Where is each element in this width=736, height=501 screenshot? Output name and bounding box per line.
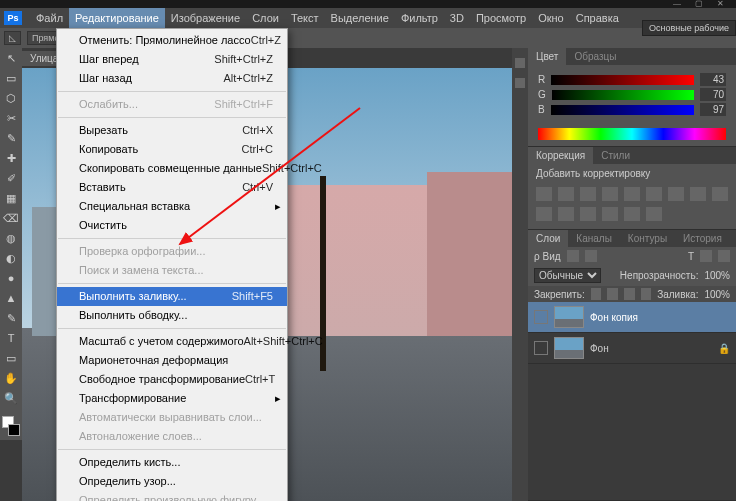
- menu-фильтр[interactable]: Фильтр: [395, 8, 444, 28]
- menu-файл[interactable]: Файл: [30, 8, 69, 28]
- color-r-slider[interactable]: [551, 75, 694, 85]
- menuitem-свободное-трансформирование[interactable]: Свободное трансформированиеCtrl+T: [57, 370, 287, 389]
- close-window-button[interactable]: ✕: [717, 0, 724, 8]
- tool-preset-icon[interactable]: ◺: [4, 31, 21, 45]
- menuitem-выполнить-обводку-[interactable]: Выполнить обводку...: [57, 306, 287, 325]
- tool-11[interactable]: ●: [0, 268, 22, 288]
- menu-текст[interactable]: Текст: [285, 8, 325, 28]
- tool-4[interactable]: ✎: [0, 128, 22, 148]
- layer-visibility-icon[interactable]: [534, 310, 548, 324]
- adj-bw-icon[interactable]: [668, 187, 684, 201]
- menuitem-копировать[interactable]: КопироватьCtrl+C: [57, 140, 287, 159]
- menuitem-выполнить-заливку-[interactable]: Выполнить заливку...Shift+F5: [57, 287, 287, 306]
- adj-invert-icon[interactable]: [558, 207, 574, 221]
- background-swatch[interactable]: [8, 424, 20, 436]
- tool-7[interactable]: ▦: [0, 188, 22, 208]
- fill-value[interactable]: 100%: [704, 289, 730, 300]
- maximize-window-button[interactable]: ▢: [695, 0, 703, 8]
- tool-2[interactable]: ⬡: [0, 88, 22, 108]
- color-g-value[interactable]: 70: [700, 88, 726, 101]
- filter-pixel-icon[interactable]: [567, 250, 579, 262]
- lock-pixels-icon[interactable]: [607, 288, 618, 300]
- menuitem-отменить-прямолинейное-лассо[interactable]: Отменить: Прямолинейное лассоCtrl+Z: [57, 31, 287, 50]
- menu-слои[interactable]: Слои: [246, 8, 285, 28]
- menu-выделение[interactable]: Выделение: [325, 8, 395, 28]
- adj-brightness-icon[interactable]: [536, 187, 552, 201]
- workspace-switcher[interactable]: Основные рабочие: [642, 20, 736, 36]
- adj-levels-icon[interactable]: [558, 187, 574, 201]
- lock-transparency-icon[interactable]: [591, 288, 602, 300]
- menuitem-масштаб-с-учетом-содержимого[interactable]: Масштаб с учетом содержимогоAlt+Shift+Ct…: [57, 332, 287, 351]
- adj-photo-filter-icon[interactable]: [712, 187, 728, 201]
- tool-14[interactable]: T: [0, 328, 22, 348]
- menu-изображение[interactable]: Изображение: [165, 8, 246, 28]
- tab-adjustments[interactable]: Коррекция: [528, 147, 593, 164]
- tool-9[interactable]: ◍: [0, 228, 22, 248]
- layer-row[interactable]: Фон копия: [528, 302, 736, 333]
- menuitem-шаг-вперед[interactable]: Шаг впередShift+Ctrl+Z: [57, 50, 287, 69]
- menuitem-специальная-вставка[interactable]: Специальная вставка: [57, 197, 287, 216]
- menu-просмотр[interactable]: Просмотр: [470, 8, 532, 28]
- menuitem-шаг-назад[interactable]: Шаг назадAlt+Ctrl+Z: [57, 69, 287, 88]
- tool-1[interactable]: ▭: [0, 68, 22, 88]
- color-b-value[interactable]: 97: [700, 103, 726, 116]
- lock-all-icon[interactable]: [641, 288, 652, 300]
- layer-row[interactable]: Фон🔒: [528, 333, 736, 364]
- adj-mixer-icon[interactable]: [690, 187, 706, 201]
- tab-swatches[interactable]: Образцы: [566, 48, 624, 65]
- adj-lookup-icon[interactable]: [536, 207, 552, 221]
- adj-exposure-icon[interactable]: [602, 187, 618, 201]
- menuitem-вырезать[interactable]: ВырезатьCtrl+X: [57, 121, 287, 140]
- tab-layers[interactable]: Слои: [528, 230, 568, 247]
- layer-thumbnail[interactable]: [554, 306, 584, 328]
- menu-справка[interactable]: Справка: [570, 8, 625, 28]
- filter-smart-icon[interactable]: [718, 250, 730, 262]
- tab-color[interactable]: Цвет: [528, 48, 566, 65]
- adj-threshold-icon[interactable]: [602, 207, 618, 221]
- collapsed-panel-strip[interactable]: [512, 48, 528, 501]
- tool-5[interactable]: ✚: [0, 148, 22, 168]
- menuitem-вставить[interactable]: ВставитьCtrl+V: [57, 178, 287, 197]
- tool-10[interactable]: ◐: [0, 248, 22, 268]
- menuitem-трансформирование[interactable]: Трансформирование: [57, 389, 287, 408]
- layer-thumbnail[interactable]: [554, 337, 584, 359]
- tab-paths[interactable]: Контуры: [620, 230, 675, 247]
- tab-styles[interactable]: Стили: [593, 147, 638, 164]
- tab-channels[interactable]: Каналы: [568, 230, 620, 247]
- filter-adj-icon[interactable]: [585, 250, 597, 262]
- tab-history[interactable]: История: [675, 230, 730, 247]
- color-g-slider[interactable]: [552, 90, 694, 100]
- adj-selective-icon[interactable]: [646, 207, 662, 221]
- menu-редактирование[interactable]: Редактирование: [69, 8, 165, 28]
- tool-12[interactable]: ▲: [0, 288, 22, 308]
- blend-mode-select[interactable]: Обычные: [534, 268, 601, 283]
- tool-15[interactable]: ▭: [0, 348, 22, 368]
- menuitem-очистить[interactable]: Очистить: [57, 216, 287, 235]
- adj-vibrance-icon[interactable]: [624, 187, 640, 201]
- filter-shape-icon[interactable]: [700, 250, 712, 262]
- color-b-slider[interactable]: [551, 105, 694, 115]
- tool-6[interactable]: ✐: [0, 168, 22, 188]
- color-r-value[interactable]: 43: [700, 73, 726, 86]
- lock-position-icon[interactable]: [624, 288, 635, 300]
- menuitem-определить-кисть-[interactable]: Определить кисть...: [57, 453, 287, 472]
- adj-gradient-icon[interactable]: [624, 207, 640, 221]
- opacity-value[interactable]: 100%: [704, 270, 730, 281]
- adj-posterize-icon[interactable]: [580, 207, 596, 221]
- menu-окно[interactable]: Окно: [532, 8, 570, 28]
- adj-hue-icon[interactable]: [646, 187, 662, 201]
- tool-8[interactable]: ⌫: [0, 208, 22, 228]
- layer-filter-label[interactable]: ρ Вид: [534, 251, 561, 262]
- menuitem-скопировать-совмещенные-данные[interactable]: Скопировать совмещенные данныеShift+Ctrl…: [57, 159, 287, 178]
- menu-3d[interactable]: 3D: [444, 8, 470, 28]
- layer-visibility-icon[interactable]: [534, 341, 548, 355]
- adj-curves-icon[interactable]: [580, 187, 596, 201]
- menuitem-определить-узор-[interactable]: Определить узор...: [57, 472, 287, 491]
- tool-0[interactable]: ↖: [0, 48, 22, 68]
- tool-17[interactable]: 🔍: [0, 388, 22, 408]
- menuitem-марионеточная-деформация[interactable]: Марионеточная деформация: [57, 351, 287, 370]
- minimize-window-button[interactable]: —: [673, 0, 681, 8]
- tool-13[interactable]: ✎: [0, 308, 22, 328]
- tool-3[interactable]: ✂: [0, 108, 22, 128]
- tool-16[interactable]: ✋: [0, 368, 22, 388]
